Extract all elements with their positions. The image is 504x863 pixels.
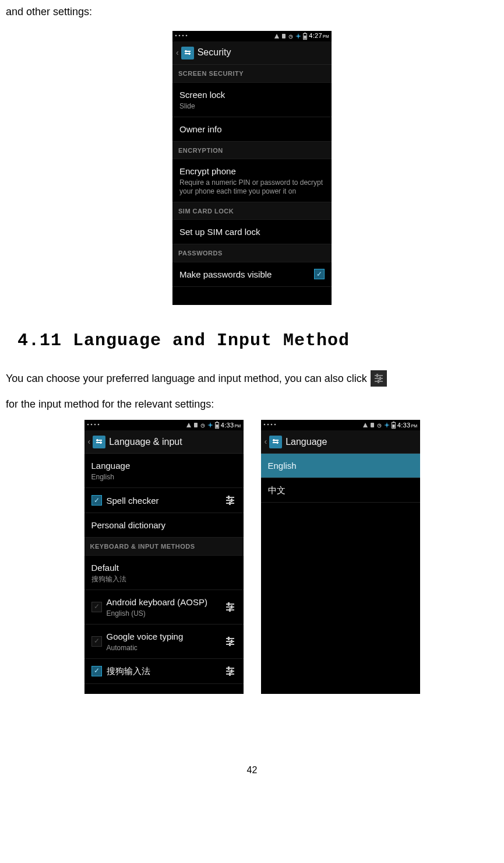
back-icon[interactable]: ‹ <box>88 436 91 448</box>
checkbox-icon[interactable]: ✓ <box>91 666 102 676</box>
svg-rect-46 <box>392 425 394 428</box>
checkbox-icon[interactable]: ✓ <box>91 495 102 506</box>
row-language[interactable]: Language English <box>84 454 244 488</box>
svg-marker-26 <box>207 422 213 428</box>
row-lang-chinese[interactable]: 中文 <box>261 478 420 503</box>
checkbox-icon[interactable]: ✓ <box>91 602 102 612</box>
svg-point-3 <box>186 35 188 37</box>
row-title: Make passwords visible <box>179 268 309 280</box>
row-screen-lock[interactable]: Screen lock Slide <box>172 83 332 117</box>
row-aosp-keyboard[interactable]: ✓ Android keyboard (AOSP) English (US) <box>84 590 244 625</box>
status-time: 4:33PM <box>221 421 241 430</box>
settings-sliders-icon[interactable] <box>224 601 237 613</box>
row-subtitle: Automatic <box>107 644 219 652</box>
checkbox-icon[interactable]: ✓ <box>91 636 102 647</box>
alarm-icon <box>288 33 294 39</box>
status-time: 4:33PM <box>397 421 418 430</box>
action-bar[interactable]: ‹ Language & input <box>84 430 244 454</box>
svg-point-34 <box>263 424 265 426</box>
menu-dots-icon <box>263 422 280 427</box>
row-personal-dictionary[interactable]: Personal dictionary <box>84 513 244 538</box>
section-heading: 4.11 Language and Input Method <box>17 328 498 353</box>
screenshot-language-list: 4:33PM ‹ Language English 中文 <box>261 420 420 694</box>
row-default-ime[interactable]: Default 搜狗输入法 <box>84 556 244 590</box>
category-screen-security: SCREEN SECURITY <box>172 65 332 82</box>
back-icon[interactable]: ‹ <box>265 436 267 448</box>
row-title: Owner info <box>179 123 325 135</box>
svg-marker-38 <box>363 423 368 427</box>
settings-app-icon <box>181 47 194 59</box>
row-spell-checker[interactable]: ✓ Spell checker <box>84 488 244 513</box>
svg-rect-15 <box>185 50 186 52</box>
row-subtitle: English <box>91 473 237 482</box>
battery-icon <box>303 33 307 40</box>
airplane-icon <box>295 33 301 39</box>
category-sim-lock: SIM CARD LOCK <box>172 202 332 220</box>
settings-sliders-icon[interactable] <box>224 494 237 507</box>
sim-icon <box>370 422 375 428</box>
battery-icon <box>392 422 396 429</box>
row-lang-english[interactable]: English <box>261 454 420 478</box>
svg-point-2 <box>182 35 184 37</box>
row-title: 中文 <box>268 484 413 496</box>
action-bar-title: Language & input <box>109 436 182 448</box>
svg-point-20 <box>97 424 99 426</box>
svg-rect-33 <box>100 441 101 444</box>
row-title: Google voice typing <box>107 630 219 643</box>
status-time: 4:27PM <box>309 31 329 40</box>
svg-point-36 <box>270 424 272 426</box>
svg-rect-32 <box>97 439 98 441</box>
status-bar: 4:33PM <box>84 420 244 430</box>
svg-point-17 <box>87 424 89 426</box>
svg-marker-9 <box>295 33 301 39</box>
svg-point-18 <box>90 424 92 426</box>
row-title: Android keyboard (AOSP) <box>107 596 219 608</box>
svg-marker-4 <box>274 34 279 38</box>
svg-rect-49 <box>273 439 274 441</box>
action-bar-title: Language <box>286 436 327 448</box>
sim-icon <box>281 33 286 39</box>
svg-rect-29 <box>216 425 218 428</box>
row-sim-lock[interactable]: Set up SIM card lock <box>172 220 332 244</box>
svg-point-35 <box>267 424 269 426</box>
row-passwords-visible[interactable]: Make passwords visible ✓ <box>172 262 332 287</box>
settings-sliders-icon[interactable] <box>224 665 237 678</box>
row-title: Default <box>91 562 237 574</box>
row-encrypt-phone[interactable]: Encrypt phone Require a numeric PIN or p… <box>172 159 332 202</box>
menu-dots-icon <box>175 33 191 38</box>
svg-point-1 <box>179 35 181 37</box>
body-para-2: for the input method for the relevant se… <box>6 397 498 412</box>
row-sogou-ime[interactable]: ✓ 搜狗输入法 <box>84 659 244 684</box>
row-title: English <box>268 459 413 472</box>
svg-point-19 <box>94 424 96 426</box>
checkbox-icon[interactable]: ✓ <box>314 269 325 279</box>
category-encryption: ENCRYPTION <box>172 142 332 159</box>
warning-icon <box>362 422 368 428</box>
settings-sliders-icon[interactable] <box>224 635 237 648</box>
row-subtitle: English (US) <box>107 609 219 618</box>
svg-rect-5 <box>282 34 286 38</box>
row-title: Language <box>91 459 237 472</box>
action-bar[interactable]: ‹ Language <box>261 430 420 454</box>
settings-sliders-icon <box>371 370 387 387</box>
airplane-icon <box>207 422 213 428</box>
status-bar: 4:27PM <box>172 31 332 41</box>
svg-rect-16 <box>189 52 190 55</box>
intro-fragment: and other settings: <box>6 5 498 19</box>
row-google-voice-typing[interactable]: ✓ Google voice typing Automatic <box>84 625 244 659</box>
back-icon[interactable]: ‹ <box>176 47 179 59</box>
page-number: 42 <box>6 764 498 777</box>
status-bar: 4:33PM <box>261 420 420 430</box>
action-bar[interactable]: ‹ Security <box>172 41 332 65</box>
body-para-1: You can choose your preferred language a… <box>6 371 367 386</box>
screenshot-security: 4:27PM ‹ Security SCREEN SECURITY Screen… <box>172 31 332 305</box>
settings-app-icon <box>93 436 105 448</box>
svg-rect-39 <box>371 423 374 427</box>
action-bar-title: Security <box>198 46 231 59</box>
row-title: Personal dictionary <box>91 519 237 531</box>
settings-app-icon <box>269 436 282 448</box>
sim-icon <box>193 422 198 428</box>
svg-marker-43 <box>384 422 390 428</box>
alarm-icon <box>376 422 382 428</box>
row-owner-info[interactable]: Owner info <box>172 117 332 142</box>
